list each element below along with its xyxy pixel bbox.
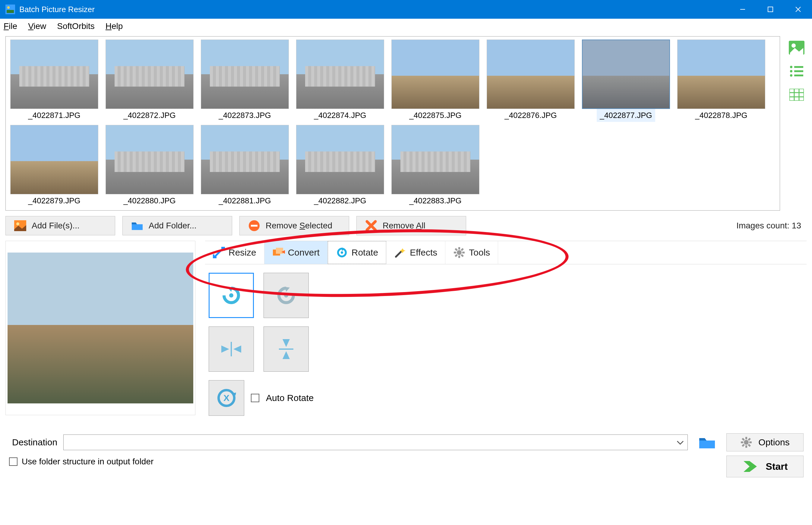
- svg-point-11: [790, 70, 792, 72]
- images-count-label: Images count: 13: [736, 221, 807, 230]
- remove-all-label: Remove All: [382, 221, 425, 230]
- tab-tools[interactable]: Tools: [446, 241, 498, 264]
- svg-line-35: [461, 249, 463, 251]
- thumbnail-image: [391, 125, 480, 194]
- thumbnail[interactable]: _4022871.JPG: [8, 40, 100, 122]
- view-list-button[interactable]: [787, 63, 806, 80]
- svg-line-49: [748, 445, 750, 446]
- thumbnail-caption: _4022883.JPG: [406, 194, 464, 207]
- folder-icon: [131, 220, 143, 232]
- svg-point-27: [341, 251, 343, 254]
- svg-line-51: [743, 445, 744, 446]
- options-button[interactable]: Options: [727, 433, 803, 451]
- svg-point-21: [16, 222, 19, 225]
- tab-rotate[interactable]: Rotate: [328, 241, 386, 264]
- flip-vertical-button[interactable]: [264, 327, 309, 372]
- start-button[interactable]: Start: [727, 455, 803, 477]
- svg-point-8: [792, 43, 796, 48]
- options-label: Options: [758, 437, 790, 448]
- tab-effects-label: Effects: [410, 247, 437, 258]
- thumbnail-image: [10, 40, 98, 109]
- thumbnail-image: [201, 125, 289, 194]
- thumbnail-image: [201, 40, 289, 109]
- thumbnail[interactable]: _4022880.JPG: [104, 125, 196, 207]
- minimize-button[interactable]: [729, 0, 756, 19]
- thumbnail-caption: _4022875.JPG: [406, 109, 464, 122]
- thumbnail-image: [296, 125, 384, 194]
- svg-line-50: [748, 438, 750, 440]
- preview-image: [7, 253, 193, 403]
- thumbnail[interactable]: _4022879.JPG: [8, 125, 100, 207]
- tab-effects[interactable]: Effects: [386, 241, 446, 264]
- tab-convert-label: Convert: [288, 247, 319, 258]
- auto-rotate-checkbox[interactable]: [251, 394, 259, 402]
- menu-help[interactable]: Help: [106, 21, 123, 31]
- thumbnail-image: [106, 125, 193, 194]
- thumbnail-image: [677, 40, 765, 109]
- destination-label: Destination: [12, 437, 57, 448]
- svg-point-2: [7, 6, 10, 9]
- svg-point-38: [284, 293, 288, 298]
- thumbnail-caption: _4022876.JPG: [501, 109, 560, 122]
- thumbnail-caption: _4022877.JPG: [597, 109, 655, 122]
- window-title: Batch Picture Resizer: [19, 5, 95, 14]
- effects-icon: [394, 246, 406, 258]
- maximize-button[interactable]: [756, 0, 784, 19]
- view-table-button[interactable]: [787, 86, 806, 103]
- use-folder-structure-checkbox[interactable]: [9, 457, 17, 466]
- thumbnail-caption: _4022881.JPG: [216, 194, 274, 207]
- delete-icon: [365, 220, 377, 232]
- tab-resize[interactable]: Resize: [205, 241, 264, 264]
- rotate-icon: [336, 246, 348, 258]
- thumbnail-caption: _4022880.JPG: [120, 194, 178, 207]
- menu-file[interactable]: File: [4, 21, 17, 31]
- thumbnail-caption: _4022879.JPG: [25, 194, 83, 207]
- svg-point-13: [790, 74, 792, 77]
- thumbnail-image: [582, 40, 670, 109]
- menu-view[interactable]: View: [28, 21, 46, 31]
- thumbnail[interactable]: _4022875.JPG: [389, 40, 482, 122]
- thumbnail[interactable]: _4022873.JPG: [199, 40, 291, 122]
- thumbnail[interactable]: _4022874.JPG: [294, 40, 386, 122]
- rotate-left-button[interactable]: [209, 273, 254, 318]
- svg-point-28: [457, 250, 462, 255]
- play-icon: [743, 460, 758, 473]
- image-gallery: _4022871.JPG_4022872.JPG_4022873.JPG_402…: [5, 36, 780, 211]
- svg-rect-4: [768, 7, 773, 12]
- destination-combo[interactable]: [63, 434, 688, 450]
- svg-rect-1: [6, 10, 14, 13]
- thumbnail[interactable]: _4022882.JPG: [294, 125, 386, 207]
- thumbnail[interactable]: _4022883.JPG: [389, 125, 482, 207]
- thumbnail[interactable]: _4022877.JPG: [580, 40, 672, 122]
- tab-convert[interactable]: Convert: [264, 241, 328, 264]
- thumbnail[interactable]: _4022878.JPG: [675, 40, 767, 122]
- thumbnail-caption: _4022871.JPG: [25, 109, 83, 122]
- remove-icon: [248, 220, 260, 232]
- start-label: Start: [766, 461, 788, 472]
- flip-horizontal-button[interactable]: [209, 327, 254, 372]
- rotate-right-button[interactable]: [264, 273, 309, 318]
- thumbnail[interactable]: _4022876.JPG: [485, 40, 577, 122]
- svg-point-37: [229, 293, 233, 298]
- preview-pane: [5, 241, 196, 415]
- gear-icon: [740, 436, 752, 448]
- tabs-row: Resize Convert Rotate Effects Tools: [205, 241, 807, 264]
- view-mode-toolbar: [785, 34, 808, 213]
- thumbnail-caption: _4022873.JPG: [216, 109, 274, 122]
- add-folder-button[interactable]: Add Folder...: [122, 216, 232, 235]
- menu-softorbits[interactable]: SoftOrbits: [57, 21, 94, 31]
- svg-rect-15: [790, 89, 804, 101]
- auto-rotate-button[interactable]: X: [209, 380, 244, 416]
- remove-all-button[interactable]: Remove All: [356, 216, 466, 235]
- add-folder-label: Add Folder...: [149, 221, 197, 230]
- browse-folder-button[interactable]: [694, 433, 720, 451]
- auto-rotate-label: Auto Rotate: [266, 393, 314, 403]
- close-button[interactable]: [784, 0, 812, 19]
- add-files-button[interactable]: Add File(s)...: [5, 216, 115, 235]
- thumbnail[interactable]: _4022872.JPG: [104, 40, 196, 122]
- remove-selected-button[interactable]: Remove Selected: [239, 216, 349, 235]
- thumbnail[interactable]: _4022881.JPG: [199, 125, 291, 207]
- thumbnail-image: [10, 125, 98, 194]
- thumbnail-image: [487, 40, 575, 109]
- view-thumbnails-button[interactable]: [787, 39, 806, 56]
